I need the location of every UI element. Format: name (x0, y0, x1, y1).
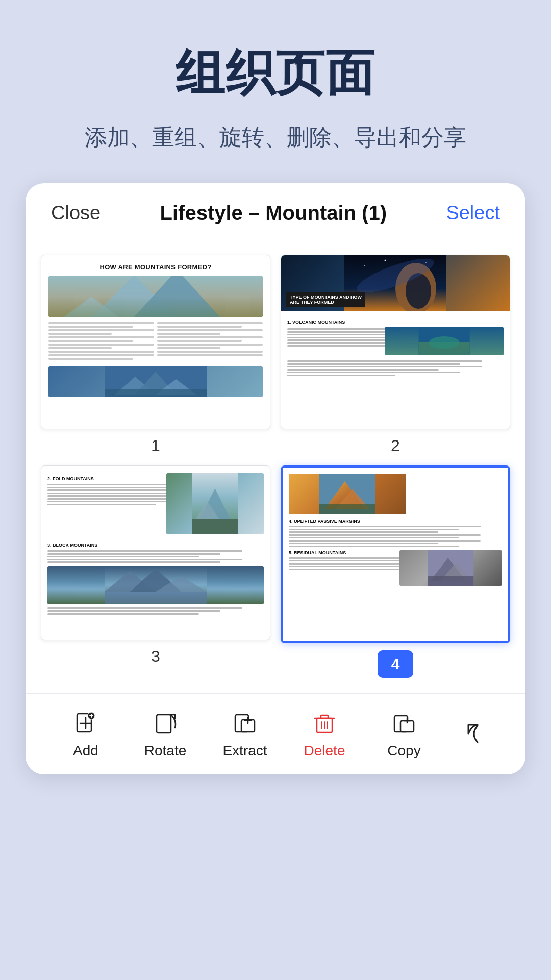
svg-rect-38 (428, 576, 474, 586)
document-title: Lifestyle – Mountain (1) (160, 202, 387, 225)
page-number-2: 2 (391, 436, 400, 455)
page3-fold-image (166, 473, 264, 534)
back-button[interactable] (458, 718, 491, 750)
page1-mountain-image (48, 276, 263, 317)
svg-rect-9 (105, 389, 207, 397)
page-item-2[interactable]: TYPE OF MOUNTAINS AND HOWARE THEY FORMED… (281, 255, 510, 455)
svg-point-21 (429, 336, 459, 349)
copy-button[interactable]: Copy (379, 709, 430, 759)
page3-section2-title: 3. BLOCK MOUNTAINS (47, 543, 264, 548)
page1-title: HOW ARE MOUNTAINS FORMED? (48, 263, 263, 271)
rotate-label: Rotate (144, 743, 187, 759)
page4-top-image (289, 474, 406, 514)
bottom-toolbar: Add Rotate Extract (26, 693, 525, 774)
page2-section1-title: 1. VOLCANIC MOUNTAINS (287, 320, 504, 325)
svg-rect-25 (192, 519, 238, 534)
copy-label: Copy (387, 743, 420, 759)
page-item-4[interactable]: 4. UPLIFTED PASSIVE MARGINS (281, 465, 510, 678)
rotate-button[interactable]: Rotate (140, 709, 191, 759)
page-item-3[interactable]: 2. FOLD MOUNTAINS 3. BLOCK MOUNTA (41, 465, 270, 678)
svg-rect-30 (105, 592, 207, 604)
svg-marker-3 (48, 297, 134, 317)
page4-section1-label: 4. UPLIFTED PASSIVE MARGINS (289, 519, 502, 524)
svg-rect-34 (319, 504, 375, 514)
extract-button[interactable]: Extract (219, 709, 270, 759)
close-button[interactable]: Close (51, 202, 101, 224)
select-button[interactable]: Select (446, 202, 500, 224)
page-number-1: 1 (151, 436, 160, 455)
page3-lake-image (47, 566, 264, 604)
page-subtitle: 添加、重组、旋转、删除、导出和分享 (85, 122, 466, 153)
page2-volcano-image (385, 327, 504, 355)
page-number-badge-4: 4 (378, 650, 413, 678)
document-card: Close Lifestyle – Mountain (1) Select HO… (26, 183, 525, 774)
page-thumbnail-3[interactable]: 2. FOLD MOUNTAINS 3. BLOCK MOUNTA (41, 465, 270, 640)
add-icon (71, 709, 100, 738)
page-thumbnail-4[interactable]: 4. UPLIFTED PASSIVE MARGINS (281, 465, 510, 643)
add-label: Add (73, 743, 98, 759)
page2-header-image: TYPE OF MOUNTAINS AND HOWARE THEY FORMED (281, 255, 510, 311)
page-item-1[interactable]: HOW ARE MOUNTAINS FORMED? (41, 255, 270, 455)
page-title: 组织页面 (176, 41, 375, 107)
delete-icon (310, 709, 339, 738)
extract-icon (231, 709, 259, 738)
svg-rect-0 (48, 276, 263, 317)
svg-point-12 (385, 260, 386, 261)
add-button[interactable]: Add (60, 709, 111, 759)
rotate-icon (151, 709, 180, 738)
page-thumbnail-2[interactable]: TYPE OF MOUNTAINS AND HOWARE THEY FORMED… (281, 255, 510, 429)
page2-header-label: TYPE OF MOUNTAINS AND HOWARE THEY FORMED (286, 292, 365, 307)
svg-rect-45 (157, 715, 171, 733)
page-number-3: 3 (151, 647, 160, 666)
pages-grid: HOW ARE MOUNTAINS FORMED? (26, 239, 525, 693)
copy-icon (390, 709, 418, 738)
page-thumbnail-1[interactable]: HOW ARE MOUNTAINS FORMED? (41, 255, 270, 429)
page4-bottom-image (399, 550, 502, 586)
card-header: Close Lifestyle – Mountain (1) Select (26, 183, 525, 239)
delete-label: Delete (304, 743, 345, 759)
delete-button[interactable]: Delete (299, 709, 350, 759)
extract-label: Extract (222, 743, 267, 759)
svg-point-11 (364, 265, 365, 266)
